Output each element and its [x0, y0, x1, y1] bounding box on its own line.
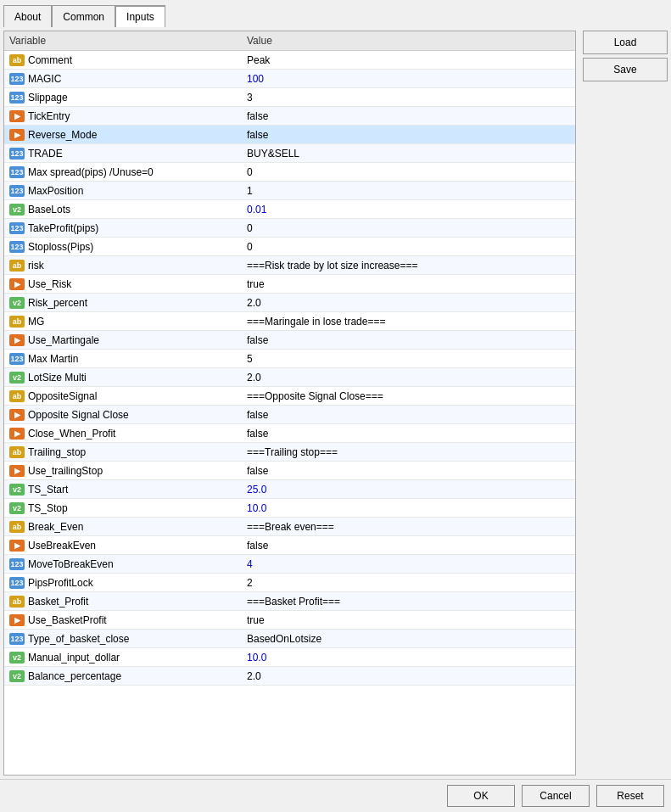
var-value: 3 — [242, 88, 575, 107]
table-row[interactable]: ▶Use_BasketProfittrue — [4, 611, 575, 630]
table-row[interactable]: v2LotSize Multi2.0 — [4, 368, 575, 387]
var-name-cell: abTrailing_stop — [4, 443, 242, 462]
tab-bar: About Common Inputs — [0, 0, 671, 27]
var-value: false — [242, 536, 575, 555]
table-row[interactable]: abMG===Maringale in lose trade=== — [4, 312, 575, 331]
table-row[interactable]: abrisk===Risk trade by lot size increase… — [4, 256, 575, 275]
table-row[interactable]: ▶Use_trailingStopfalse — [4, 462, 575, 480]
var-value: false — [242, 406, 575, 424]
badge-123: 123 — [9, 241, 25, 253]
var-name: Use_Martingale — [28, 334, 99, 346]
var-name: Slippage — [28, 92, 68, 104]
var-value: 0 — [242, 238, 575, 256]
load-button[interactable]: Load — [583, 31, 668, 54]
table-row[interactable]: 123Slippage3 — [4, 88, 575, 107]
table-row[interactable]: 123MaxPosition1 — [4, 182, 575, 200]
table-row[interactable]: 123MAGIC100 — [4, 70, 575, 88]
table-row[interactable]: v2TS_Stop10.0 — [4, 499, 575, 518]
var-value: ===Trailing stop=== — [242, 443, 575, 462]
table-row[interactable]: ▶Reverse_Modefalse — [4, 126, 575, 144]
var-name-cell: 123MaxPosition — [4, 182, 242, 200]
var-name-cell: 123MoveToBreakEven — [4, 555, 242, 574]
table-row[interactable]: 123Type_of_basket_closeBasedOnLotsize — [4, 630, 575, 648]
tab-about[interactable]: About — [3, 5, 52, 27]
var-name-cell: abBasket_Profit — [4, 592, 242, 611]
var-name: UseBreakEven — [28, 540, 96, 552]
badge-v2: v2 — [9, 652, 25, 664]
table-row[interactable]: abBreak_Even===Break even=== — [4, 518, 575, 536]
table-row[interactable]: ▶UseBreakEvenfalse — [4, 536, 575, 555]
var-value: 0 — [242, 163, 575, 182]
table-row[interactable]: abTrailing_stop===Trailing stop=== — [4, 443, 575, 462]
table-row[interactable]: v2Balance_percentage2.0 — [4, 667, 575, 686]
var-value: 100 — [242, 70, 575, 88]
var-name-cell: 123TRADE — [4, 144, 242, 163]
var-value: 0.01 — [242, 200, 575, 219]
badge-bool: ▶ — [9, 334, 25, 346]
var-name-cell: 123Stoploss(Pips) — [4, 238, 242, 256]
var-name-cell: 123PipsProfitLock — [4, 574, 242, 592]
var-name-cell: ▶Close_When_Profit — [4, 424, 242, 443]
tab-inputs[interactable]: Inputs — [115, 5, 165, 27]
var-name-cell: 123Max Martin — [4, 350, 242, 368]
var-value: 10.0 — [242, 648, 575, 667]
table-row[interactable]: abCommentPeak — [4, 51, 575, 70]
var-name-cell: v2Manual_input_dollar — [4, 648, 242, 667]
var-value: 1 — [242, 182, 575, 200]
var-name-cell: ▶Reverse_Mode — [4, 126, 242, 144]
ok-button[interactable]: OK — [447, 785, 515, 807]
var-name: TS_Stop — [28, 502, 68, 514]
var-name: Risk_percent — [28, 297, 87, 309]
table-row[interactable]: ▶Use_Risktrue — [4, 275, 575, 294]
badge-bool: ▶ — [9, 614, 25, 626]
table-row[interactable]: 123MoveToBreakEven4 — [4, 555, 575, 574]
var-name-cell: v2Balance_percentage — [4, 667, 242, 686]
table-row[interactable]: 123Stoploss(Pips)0 — [4, 238, 575, 256]
badge-bool: ▶ — [9, 278, 25, 290]
var-name-cell: ▶Use_Martingale — [4, 331, 242, 350]
var-value: 10.0 — [242, 499, 575, 518]
table-row[interactable]: ▶Opposite Signal Closefalse — [4, 406, 575, 424]
table-row[interactable]: v2Risk_percent2.0 — [4, 294, 575, 312]
var-name: Use_trailingStop — [28, 465, 103, 477]
table-row[interactable]: ▶Use_Martingalefalse — [4, 331, 575, 350]
var-value: false — [242, 424, 575, 443]
table-row[interactable]: abBasket_Profit===Basket Profit=== — [4, 592, 575, 611]
var-value: 25.0 — [242, 480, 575, 499]
table-row[interactable]: 123Max spread(pips) /Unuse=00 — [4, 163, 575, 182]
table-row[interactable]: 123TRADEBUY&SELL — [4, 144, 575, 163]
var-name-cell: 123TakeProfit(pips) — [4, 219, 242, 238]
var-value: true — [242, 275, 575, 294]
var-name: Max Martin — [28, 353, 78, 365]
var-name: Trailing_stop — [28, 446, 86, 458]
table-row[interactable]: ▶Close_When_Profitfalse — [4, 424, 575, 443]
badge-ab: ab — [9, 521, 25, 533]
badge-123: 123 — [9, 222, 25, 234]
var-name: Close_When_Profit — [28, 428, 115, 440]
var-name: TickEntry — [28, 110, 70, 122]
table-row[interactable]: v2TS_Start25.0 — [4, 480, 575, 499]
var-name-cell: ▶Opposite Signal Close — [4, 406, 242, 424]
table-scroll[interactable]: Variable Value abCommentPeak123MAGIC1001… — [4, 31, 575, 775]
cancel-button[interactable]: Cancel — [522, 785, 590, 807]
table-row[interactable]: v2BaseLots0.01 — [4, 200, 575, 219]
var-name: Use_Risk — [28, 278, 71, 290]
badge-bool: ▶ — [9, 110, 25, 122]
table-row[interactable]: abOppositeSignal===Opposite Signal Close… — [4, 387, 575, 406]
save-button[interactable]: Save — [583, 58, 668, 81]
var-name-cell: v2TS_Stop — [4, 499, 242, 518]
var-value: ===Opposite Signal Close=== — [242, 387, 575, 406]
table-row[interactable]: v2Manual_input_dollar10.0 — [4, 648, 575, 667]
table-row[interactable]: 123PipsProfitLock2 — [4, 574, 575, 592]
reset-button[interactable]: Reset — [596, 785, 664, 807]
table-row[interactable]: 123Max Martin5 — [4, 350, 575, 368]
table-row[interactable]: ▶TickEntryfalse — [4, 107, 575, 126]
table-row[interactable]: 123TakeProfit(pips)0 — [4, 219, 575, 238]
badge-123: 123 — [9, 148, 25, 160]
var-value: false — [242, 462, 575, 480]
var-name: Basket_Profit — [28, 596, 88, 608]
var-value: ===Risk trade by lot size increase=== — [242, 256, 575, 275]
var-name: TakeProfit(pips) — [28, 222, 98, 234]
tab-common[interactable]: Common — [52, 5, 115, 27]
var-name: LotSize Multi — [28, 372, 87, 384]
